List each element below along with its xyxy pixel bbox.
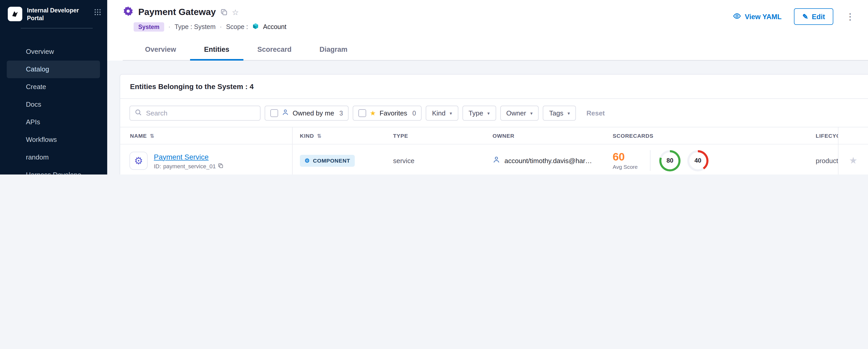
entity-gear-icon: ⚙ [129, 152, 148, 169]
name-cell: ⚙ Payment Service ID: payment_service_01 [120, 145, 292, 174]
table-row: ⚙ Payment Service ID: payment_service_01 [120, 145, 838, 174]
reset-button[interactable]: Reset [587, 109, 605, 117]
sidebar-item-create[interactable]: Create [7, 78, 100, 96]
kind-dropdown[interactable]: Kind ▾ [426, 106, 458, 121]
owned-by-me-label: Owned by me [292, 109, 334, 117]
scope-cube-icon [252, 23, 259, 31]
eye-icon [733, 12, 741, 22]
entity-link[interactable]: Payment Service [154, 153, 209, 161]
page-header: Payment Gateway ☆ System · Type : System… [107, 0, 868, 61]
search-input[interactable] [146, 109, 255, 117]
entities-table: NAME⇅ KIND⇅ TYPE OWNER SCORECARDS LIFECY… [120, 127, 868, 174]
column-header-type: TYPE [386, 127, 485, 144]
column-header-scorecards: SCORECARDS [606, 127, 808, 144]
page-title: Payment Gateway [138, 7, 216, 18]
edit-label: Edit [812, 13, 825, 21]
search-icon [135, 108, 142, 118]
star-icon: ★ [370, 109, 376, 117]
harness-logo-icon[interactable] [8, 7, 22, 21]
copy-icon[interactable] [221, 9, 227, 15]
chevron-down-icon: ▾ [530, 110, 533, 116]
favorite-star-icon[interactable]: ★ [849, 155, 857, 166]
panel-title: Entities Belonging to the System : 4 [120, 74, 868, 99]
favorite-star-icon[interactable]: ☆ [232, 7, 239, 17]
id-value: payment_service_01 [163, 163, 216, 169]
sidebar-item-harness-developer[interactable]: Harness Develope... [7, 166, 100, 174]
brand: Internal Developer Portal [0, 0, 107, 22]
sidebar-item-apis[interactable]: APIs [7, 114, 100, 131]
edit-button[interactable]: ✎ Edit [794, 8, 833, 25]
tags-dropdown-label: Tags [549, 109, 563, 117]
copy-icon[interactable] [218, 163, 223, 169]
owned-by-me-checkbox[interactable] [270, 109, 278, 117]
pencil-icon: ✎ [802, 12, 808, 21]
user-icon [493, 156, 500, 165]
tab-entities[interactable]: Entities [190, 38, 243, 60]
favorite-cell: ★ [838, 145, 868, 174]
scorecards-cell: 60 Avg Score 80 40 [606, 145, 808, 174]
sort-icon[interactable]: ⇅ [317, 133, 322, 138]
scope-value: Account [263, 23, 286, 31]
owner-cell: account/timothy.davis@har… [485, 145, 606, 174]
entity-id: ID: payment_service_01 [154, 163, 223, 169]
kind-cell: ⚙COMPONENT [292, 145, 386, 174]
sidebar-item-catalog[interactable]: Catalog [7, 61, 100, 78]
entities-panel: Entities Belonging to the System : 4 [120, 74, 868, 174]
score-gauge: 80 [659, 150, 681, 171]
tab-bar: Overview Entities Scorecard Diagram [123, 38, 868, 61]
tab-overview[interactable]: Overview [131, 38, 190, 60]
kebab-menu-icon[interactable]: ⋮ [846, 11, 855, 22]
sidebar-item-docs[interactable]: Docs [7, 96, 100, 114]
chevron-down-icon: ▾ [568, 110, 570, 116]
column-header-name[interactable]: NAME⇅ [120, 127, 292, 144]
favorite-column: ★ ★ ★ ★ [838, 127, 868, 174]
table-scroll-area: NAME⇅ KIND⇅ TYPE OWNER SCORECARDS LIFECY… [120, 127, 838, 174]
scope-label: Scope : [226, 23, 248, 31]
favorites-count: 0 [412, 109, 416, 117]
column-header-owner: OWNER [485, 127, 606, 144]
avg-score: 60 Avg Score [613, 151, 646, 170]
chevron-down-icon: ▾ [450, 110, 452, 116]
search-box [129, 106, 260, 121]
tab-scorecard[interactable]: Scorecard [243, 38, 306, 60]
score-gauges: 80 40 [659, 150, 709, 171]
table-header-row: NAME⇅ KIND⇅ TYPE OWNER SCORECARDS LIFECY… [120, 127, 838, 145]
sidebar-item-workflows[interactable]: Workflows [7, 131, 100, 149]
kind-dropdown-label: Kind [432, 109, 445, 117]
tags-dropdown[interactable]: Tags ▾ [543, 106, 576, 121]
brand-title: Internal Developer Portal [27, 7, 90, 22]
chevron-down-icon: ▾ [487, 110, 490, 116]
apps-grid-icon[interactable] [94, 9, 101, 17]
brand-line1: Internal Developer [27, 7, 90, 14]
sidebar-nav: Overview Catalog Create Docs APIs Workfl… [0, 43, 107, 174]
view-yaml-label: View YAML [745, 13, 781, 21]
entity-name-block: Payment Service ID: payment_service_01 [154, 152, 223, 169]
content-area: Entities Belonging to the System : 4 [107, 61, 868, 174]
sidebar-item-overview[interactable]: Overview [7, 43, 100, 61]
type-dropdown[interactable]: Type ▾ [463, 106, 496, 121]
dot-separator: · [168, 23, 170, 31]
column-header-lifecycle: LIFECYCLE [808, 127, 838, 144]
owner-dropdown-label: Owner [506, 109, 526, 117]
brand-line2: Portal [27, 14, 90, 22]
brand-divider [21, 28, 93, 29]
sidebar: Internal Developer Portal Overview Catal… [0, 0, 107, 174]
owned-by-me-count: 3 [339, 109, 343, 117]
filter-bar: Owned by me 3 ★ Favorites 0 Kind ▾ [120, 99, 868, 127]
lifecycle-cell: production [808, 145, 838, 174]
tab-diagram[interactable]: Diagram [306, 38, 362, 60]
sort-icon[interactable]: ⇅ [150, 133, 155, 138]
divider [650, 150, 650, 171]
favorites-checkbox[interactable] [359, 109, 366, 117]
type-dropdown-label: Type [469, 109, 483, 117]
owner-dropdown[interactable]: Owner ▾ [500, 106, 539, 121]
favorites-filter[interactable]: ★ Favorites 0 [353, 106, 422, 121]
owned-by-me-filter[interactable]: Owned by me 3 [265, 106, 348, 121]
kind-badge: ⚙COMPONENT [300, 155, 355, 166]
gear-icon: ⚙ [305, 157, 310, 164]
sidebar-item-random[interactable]: random [7, 149, 100, 166]
score-gauge: 40 [687, 150, 709, 171]
column-header-kind[interactable]: KIND⇅ [292, 127, 386, 144]
view-yaml-button[interactable]: View YAML [733, 12, 781, 22]
favorite-column-header [838, 127, 868, 145]
